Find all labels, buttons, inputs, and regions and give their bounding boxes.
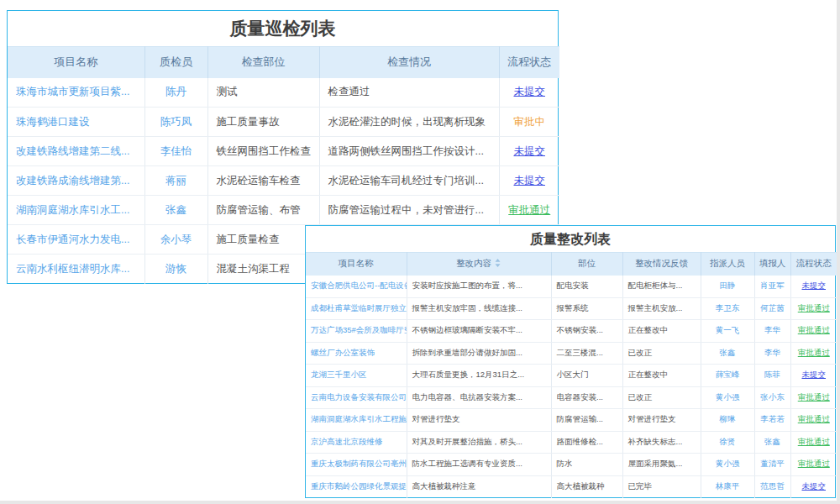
person-link[interactable]: 张鑫 <box>754 431 790 454</box>
person-link[interactable]: 黄小强 <box>701 386 754 409</box>
status-link[interactable]: 审批通过 <box>790 409 837 432</box>
cell-text: 水泥砼运输车司机经过专门培训... <box>319 166 499 196</box>
person-link[interactable]: 李华 <box>754 320 790 343</box>
person-link[interactable]: 何芷茵 <box>754 297 790 320</box>
column-header-6: 填报人 <box>754 253 790 276</box>
sort-icon <box>494 259 501 267</box>
project-name-link[interactable]: 万达广场35#会所及咖啡厅空... <box>306 320 407 343</box>
column-header-label: 部位 <box>578 258 596 268</box>
column-header-label: 整改内容 <box>456 258 491 268</box>
person-link[interactable]: 陈丹 <box>144 78 207 108</box>
table-row: 湖南洞庭湖水库引水工程施工标对管进行垫支防腐管运输...对管进行垫支柳琳李若若审… <box>306 409 837 432</box>
project-name-link[interactable]: 京沪高速北京段维修 <box>306 431 407 454</box>
person-link[interactable]: 林康平 <box>701 475 754 498</box>
project-name-link[interactable]: 成都杜甫草堂临时展厅独立展... <box>306 297 407 320</box>
cell-text: 配电柜柜体与... <box>622 276 701 298</box>
person-link[interactable]: 薛宝峰 <box>701 365 754 387</box>
cell-text: 铁丝网围挡工作检查 <box>207 137 319 166</box>
status-link[interactable]: 审批通过 <box>790 342 837 365</box>
column-header-label: 整改情况反馈 <box>635 258 688 268</box>
inspection-table-title: 质量巡检列表 <box>8 11 558 46</box>
cell-text: 报警系统 <box>551 297 622 320</box>
status-link[interactable]: 审批通过 <box>790 454 837 476</box>
person-link[interactable]: 李若若 <box>754 409 790 432</box>
column-header-3: 检查部位 <box>207 47 319 78</box>
cell-text: 路面维修检... <box>551 431 622 454</box>
cell-text: 报警主机安放... <box>622 297 701 320</box>
status-link[interactable]: 审批通过 <box>790 386 837 409</box>
person-link[interactable]: 肖亚军 <box>754 276 790 298</box>
project-name-link[interactable]: 湖南洞庭湖水库引水工... <box>8 196 144 225</box>
cell-text: 高大植被栽种注意 <box>407 475 551 498</box>
column-header-label: 检查情况 <box>387 55 431 68</box>
status-link[interactable]: 未提交 <box>499 137 559 166</box>
person-link[interactable]: 张小东 <box>754 386 790 409</box>
project-name-link[interactable]: 长春市伊通河水力发电... <box>8 225 144 255</box>
status-link[interactable]: 审批通过 <box>790 297 837 320</box>
table-row: 改建铁路成渝线增建第...蒋丽水泥砼运输车检查水泥砼运输车司机经过专门培训...… <box>8 166 559 196</box>
person-link[interactable]: 余小琴 <box>144 225 207 255</box>
cell-text: 防腐管运输、布管 <box>207 196 319 225</box>
table-row: 改建铁路线增建第二线...李佳怡铁丝网围挡工作检查道路两侧铁丝网围挡工作按设计.… <box>8 137 559 166</box>
status-link[interactable]: 未提交 <box>790 365 837 387</box>
status-link[interactable]: 审批通过 <box>790 320 837 343</box>
table-row: 京沪高速北京段维修对其及时开展整治措施，桥头...路面维修检...补齐缺失标志.… <box>306 431 837 454</box>
status-link[interactable]: 未提交 <box>790 276 837 298</box>
cell-text: 电力电容器、电抗器安装方案... <box>407 386 551 409</box>
project-name-link[interactable]: 湖南洞庭湖水库引水工程施工标 <box>306 409 407 432</box>
column-header-5: 指派人员 <box>701 253 754 276</box>
person-link[interactable]: 黄小强 <box>701 454 754 476</box>
column-header-label: 填报人 <box>759 258 786 268</box>
cell-text: 水泥砼运输车检查 <box>207 166 319 196</box>
status-link[interactable]: 未提交 <box>790 475 837 498</box>
page-edge-shadow-bottom <box>0 501 840 504</box>
table-row: 万达广场35#会所及咖啡厅空...不锈钢边框玻璃隔断安装不牢...不锈钢安装..… <box>306 320 837 343</box>
person-link[interactable]: 范思哲 <box>754 475 790 498</box>
project-name-link[interactable]: 改建铁路线增建第二线... <box>8 137 144 166</box>
project-name-link[interactable]: 重庆市鹅岭公园绿化景观提升... <box>306 475 407 498</box>
status-link[interactable]: 未提交 <box>499 78 559 108</box>
project-name-link[interactable]: 云南电力设备安装有限公司20... <box>306 386 407 409</box>
cell-text: 施工质量检查 <box>207 225 319 255</box>
person-link[interactable]: 陈巧凤 <box>144 108 207 137</box>
person-link[interactable]: 黄一飞 <box>701 320 754 343</box>
status-link[interactable]: 审批中 <box>499 108 559 137</box>
project-name-link[interactable]: 珠海市城市更新项目紫... <box>8 78 144 108</box>
table-row: 安徽合肥供电公司--配电设备...安装时应按施工图的布置，将...配电安装配电柜… <box>306 276 837 298</box>
cell-text: 道路两侧铁丝网围挡工作按设计... <box>319 137 499 166</box>
person-link[interactable]: 游恢 <box>144 255 207 284</box>
person-link[interactable]: 陈菲 <box>754 365 790 387</box>
person-link[interactable]: 徐贤 <box>701 431 754 454</box>
column-header-2[interactable]: 整改内容 <box>407 253 551 276</box>
status-link[interactable]: 审批通过 <box>790 431 837 454</box>
project-name-link[interactable]: 重庆太极制药有限公司亳州中... <box>306 454 407 476</box>
person-link[interactable]: 李华 <box>754 342 790 365</box>
project-name-link[interactable]: 龙湖三千里小区 <box>306 365 407 387</box>
status-link[interactable]: 未提交 <box>499 166 559 196</box>
person-link[interactable]: 蒋丽 <box>144 166 207 196</box>
person-link[interactable]: 田静 <box>701 276 754 298</box>
person-link[interactable]: 李卫东 <box>701 297 754 320</box>
cell-text: 施工质量事故 <box>207 108 319 137</box>
column-header-label: 检查部位 <box>242 55 286 68</box>
person-link[interactable]: 张鑫 <box>144 196 207 225</box>
person-link[interactable]: 李佳怡 <box>144 137 207 166</box>
table-row: 湖南洞庭湖水库引水工...张鑫防腐管运输、布管防腐管运输过程中，未对管进行...… <box>8 196 559 225</box>
cell-text: 已改正 <box>622 386 701 409</box>
cell-text: 不锈钢边框玻璃隔断安装不牢... <box>407 320 551 343</box>
status-link[interactable]: 审批通过 <box>499 196 559 225</box>
person-link[interactable]: 董清平 <box>754 454 790 476</box>
person-link[interactable]: 张鑫 <box>701 342 754 365</box>
project-name-link[interactable]: 安徽合肥供电公司--配电设备... <box>306 276 407 298</box>
project-name-link[interactable]: 螺丝厂办公室装饰 <box>306 342 407 365</box>
project-name-link[interactable]: 珠海鹤港口建设 <box>8 108 144 137</box>
cell-text: 不锈钢安装... <box>551 320 622 343</box>
table-row: 重庆市鹅岭公园绿化景观提升...高大植被栽种注意高大植被栽种已完毕林康平范思哲未… <box>306 475 837 498</box>
project-name-link[interactable]: 云南水利枢纽潜明水库... <box>8 255 144 284</box>
cell-text: 补齐缺失标志... <box>622 431 701 454</box>
person-link[interactable]: 柳琳 <box>701 409 754 432</box>
cell-text: 对管进行垫支 <box>622 409 701 432</box>
table-row: 云南电力设备安装有限公司20...电力电容器、电抗器安装方案...电容器安装..… <box>306 386 837 409</box>
cell-text: 大理石质量更换，12月31日之... <box>407 365 551 387</box>
project-name-link[interactable]: 改建铁路成渝线增建第... <box>8 166 144 196</box>
